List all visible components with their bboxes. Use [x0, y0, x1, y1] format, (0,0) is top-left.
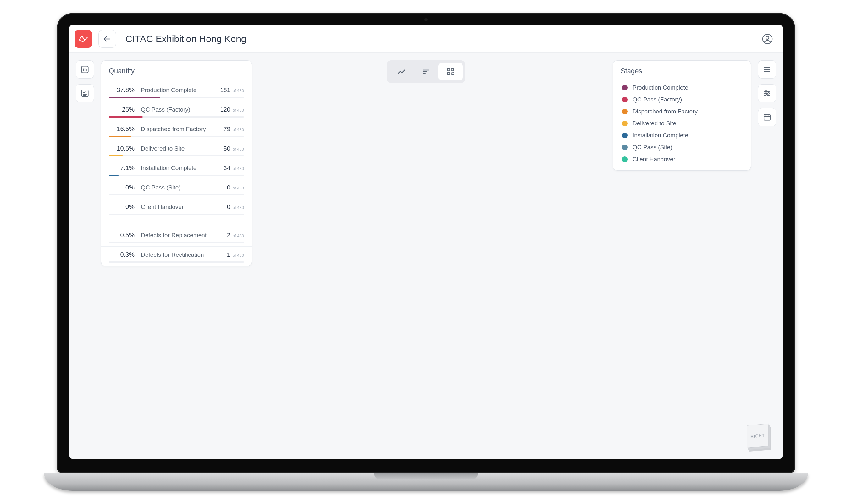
- facade-panel[interactable]: [428, 156, 448, 183]
- quantity-panel-title[interactable]: Quantity: [101, 61, 251, 82]
- facade-panel[interactable]: [453, 216, 473, 243]
- facade-panel[interactable]: [334, 156, 352, 183]
- facade-panel[interactable]: [394, 95, 412, 123]
- facade-panel[interactable]: [379, 307, 397, 334]
- metric-row[interactable]: 16.5%Dispatched from Factory79 of 480: [101, 121, 251, 140]
- facade-panel[interactable]: [464, 427, 484, 454]
- facade-panel[interactable]: [479, 307, 500, 334]
- facade-panel[interactable]: [396, 337, 414, 364]
- facade-panel[interactable]: [328, 246, 345, 273]
- facade-panel[interactable]: [322, 337, 339, 364]
- facade-panel[interactable]: [432, 246, 453, 273]
- facade-panel[interactable]: [484, 397, 504, 424]
- facade-panel[interactable]: [468, 95, 489, 123]
- facade-panel[interactable]: [446, 95, 466, 123]
- facade-panel[interactable]: [369, 186, 387, 213]
- stage-row[interactable]: Client Handover: [613, 153, 751, 165]
- analytics-button[interactable]: [76, 60, 94, 78]
- facade-panel[interactable]: [342, 307, 360, 334]
- trend-view-button[interactable]: [389, 63, 414, 80]
- metric-row[interactable]: 7.1%Installation Complete34 of 480: [101, 160, 251, 179]
- facade-panel[interactable]: [462, 397, 483, 424]
- facade-panel[interactable]: [359, 65, 377, 92]
- facade-panel[interactable]: [355, 397, 372, 424]
- filters-button[interactable]: [758, 84, 776, 103]
- metric-row[interactable]: 25%QC Pass (Factory)120 of 480: [101, 101, 251, 121]
- facade-panel[interactable]: [506, 397, 526, 424]
- facade-panel[interactable]: [349, 216, 366, 243]
- facade-panel[interactable]: [382, 276, 399, 304]
- facade-panel[interactable]: [434, 276, 454, 304]
- facade-panel[interactable]: [400, 276, 418, 304]
- facade-panel[interactable]: [390, 427, 407, 454]
- profile-button[interactable]: [760, 32, 775, 47]
- stage-row[interactable]: Delivered to Site: [613, 118, 751, 129]
- facade-panel[interactable]: [350, 457, 368, 459]
- facade-panel[interactable]: [425, 95, 445, 123]
- facade-panel[interactable]: [517, 186, 537, 213]
- facade-panel[interactable]: [375, 367, 393, 394]
- facade-panel[interactable]: [518, 216, 538, 243]
- facade-panel[interactable]: [377, 337, 395, 364]
- facade-panel[interactable]: [356, 367, 374, 394]
- facade-panel[interactable]: [376, 95, 393, 123]
- nav-cube[interactable]: RIGHT: [744, 422, 772, 450]
- facade-panel[interactable]: [503, 337, 523, 364]
- facade-panel[interactable]: [459, 337, 479, 364]
- facade-panel[interactable]: [332, 457, 349, 459]
- facade-panel[interactable]: [363, 276, 381, 304]
- facade-panel[interactable]: [504, 367, 525, 394]
- facade-panel[interactable]: [495, 186, 515, 213]
- facade-panel[interactable]: [531, 457, 551, 459]
- facade-panel[interactable]: [403, 246, 420, 273]
- metric-row[interactable]: 37.8%Production Complete181 of 480: [101, 82, 251, 101]
- facade-panel[interactable]: [439, 367, 459, 394]
- stage-row[interactable]: Installation Complete: [613, 129, 751, 141]
- stage-row[interactable]: QC Pass (Factory): [613, 94, 751, 106]
- metric-row[interactable]: 0.3%Defects for Rectification1 of 480: [101, 246, 251, 266]
- facade-panel[interactable]: [323, 307, 341, 334]
- facade-panel[interactable]: [392, 126, 410, 153]
- facade-panel[interactable]: [478, 276, 498, 304]
- facade-panel[interactable]: [413, 95, 430, 123]
- metric-row[interactable]: 10.5%Delivered to Site50 of 480: [101, 140, 251, 160]
- facade-panel[interactable]: [508, 427, 528, 454]
- facade-panel[interactable]: [394, 367, 411, 394]
- facade-panel[interactable]: [398, 307, 415, 334]
- facade-panel[interactable]: [455, 246, 475, 273]
- facade-panel[interactable]: [467, 65, 487, 92]
- stage-row[interactable]: Dispatched from Factory: [613, 106, 751, 118]
- facade-panel[interactable]: [525, 337, 545, 364]
- facade-panel[interactable]: [476, 246, 496, 273]
- nav-cube-face-right[interactable]: RIGHT: [747, 424, 769, 448]
- facade-panel[interactable]: [357, 95, 375, 123]
- stage-row[interactable]: QC Pass (Site): [613, 141, 751, 153]
- app-logo[interactable]: [74, 30, 92, 48]
- facade-panel[interactable]: [429, 186, 449, 213]
- facade-panel[interactable]: [426, 126, 446, 153]
- facade-panel[interactable]: [340, 337, 358, 364]
- facade-panel[interactable]: [486, 427, 506, 454]
- facade-panel[interactable]: [493, 156, 513, 183]
- back-button[interactable]: [99, 30, 116, 48]
- facade-panel[interactable]: [436, 307, 456, 334]
- facade-panel[interactable]: [411, 126, 428, 153]
- stages-panel-title[interactable]: Stages: [613, 61, 751, 82]
- facade-panel[interactable]: [515, 156, 535, 183]
- facade-panel[interactable]: [315, 427, 333, 454]
- building-model[interactable]: [297, 53, 555, 459]
- facade-panel[interactable]: [330, 216, 348, 243]
- facade-panel[interactable]: [338, 367, 356, 394]
- facade-panel[interactable]: [351, 186, 368, 213]
- facade-panel[interactable]: [384, 246, 401, 273]
- facade-panel[interactable]: [336, 126, 354, 153]
- facade-panel[interactable]: [388, 186, 406, 213]
- facade-panel[interactable]: [523, 307, 543, 334]
- facade-panel[interactable]: [431, 216, 451, 243]
- facade-panel[interactable]: [371, 427, 389, 454]
- metric-row[interactable]: 0%Client Handover0 of 480: [101, 199, 251, 218]
- facade-panel[interactable]: [373, 397, 391, 424]
- facade-panel[interactable]: [355, 126, 373, 153]
- facade-panel[interactable]: [319, 367, 337, 394]
- facade-panel[interactable]: [442, 427, 462, 454]
